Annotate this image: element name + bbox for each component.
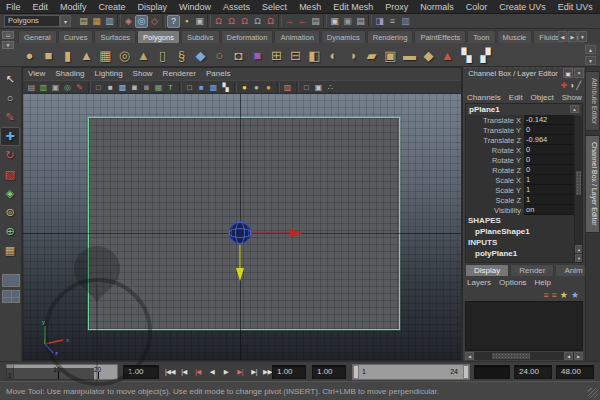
- channel-box-menu-item[interactable]: Edit: [505, 93, 527, 102]
- viewport-menu-item[interactable]: Panels: [201, 68, 235, 80]
- menu-item[interactable]: Edit Mesh: [327, 0, 379, 14]
- layer-scrollbar[interactable]: ◀ ◀ ▶: [465, 352, 583, 360]
- shelf-tab[interactable]: Curves: [58, 30, 94, 43]
- scroll-up-icon[interactable]: ▲: [570, 105, 579, 113]
- wireframe-mode-icon[interactable]: □: [93, 82, 104, 93]
- menu-item[interactable]: Normals: [414, 0, 460, 14]
- select-component-icon[interactable]: ◇: [148, 15, 161, 28]
- step-forward-frame-button[interactable]: ▶|: [247, 364, 261, 380]
- viewport-menu-item[interactable]: Renderer: [158, 68, 201, 80]
- channel-row[interactable]: Scale X 1: [466, 175, 582, 185]
- separate-icon[interactable]: ⊟: [286, 46, 305, 65]
- shape-node-name[interactable]: pPlaneShape1: [466, 226, 582, 237]
- shelf-menu-icon[interactable]: ▼: [2, 41, 14, 49]
- shelf-tab[interactable]: PaintEffects: [414, 30, 466, 43]
- viewport-canvas[interactable]: y x z: [23, 94, 461, 360]
- toolbox-list-icon[interactable]: ≡: [386, 15, 399, 28]
- menu-item[interactable]: Color: [460, 0, 494, 14]
- grease-pencil-icon[interactable]: ✎: [74, 82, 85, 93]
- layer-list[interactable]: [465, 301, 583, 351]
- channel-value-field[interactable]: -0.142: [524, 115, 574, 125]
- textured-cube-icon[interactable]: ▩: [208, 82, 219, 93]
- channel-box-menu-item[interactable]: Object: [527, 93, 558, 102]
- channel-row[interactable]: Scale Y 1: [466, 185, 582, 195]
- channel-row[interactable]: Rotate Y 0: [466, 155, 582, 165]
- shelf-tab[interactable]: Subdivs: [181, 30, 220, 43]
- channel-value-field[interactable]: 0: [524, 125, 574, 135]
- shelf-tab[interactable]: Dynamics: [321, 30, 366, 43]
- universal-manip-tool[interactable]: ◈: [0, 184, 20, 203]
- menu-item[interactable]: Create UVs: [493, 0, 552, 14]
- poly-helix-icon[interactable]: §: [172, 46, 191, 65]
- float-panel-icon[interactable]: ▣: [563, 68, 573, 78]
- resize-grip[interactable]: [588, 388, 598, 398]
- poly-pyramid-icon[interactable]: ▲: [134, 46, 153, 65]
- snap-plane-icon[interactable]: Ω: [251, 15, 264, 28]
- layer-tab[interactable]: Display: [465, 264, 509, 276]
- 2d-pan-zoom-icon[interactable]: ◎: [62, 82, 73, 93]
- channel-value-field[interactable]: 1: [524, 195, 574, 205]
- ipr-render-icon[interactable]: ▣: [341, 15, 354, 28]
- shadows-toggle-icon[interactable]: ◙: [141, 82, 152, 93]
- move-selected-to-layer-icon[interactable]: ≡: [543, 290, 548, 300]
- save-scene-icon[interactable]: ▥: [103, 15, 116, 28]
- snap-view-icon[interactable]: Ω: [264, 15, 277, 28]
- scroll-down-arrow-icon[interactable]: ▼: [575, 254, 583, 262]
- x-axis-arrowhead[interactable]: [290, 229, 303, 237]
- poly-cone-icon[interactable]: ▲: [77, 46, 96, 65]
- poly-sphere-wireframe[interactable]: [229, 222, 251, 244]
- layer-menu-item[interactable]: Layers: [463, 278, 495, 287]
- shelf-tab[interactable]: Surfaces: [94, 30, 136, 43]
- boolean-difference-icon[interactable]: ◑: [343, 46, 362, 65]
- input-connections-icon[interactable]: →: [283, 15, 296, 28]
- layer-scroll-right-icon[interactable]: ▶: [574, 352, 583, 360]
- subdiv-proxy-icon[interactable]: ◘: [229, 46, 248, 65]
- move-tool[interactable]: ✚: [0, 127, 20, 146]
- boolean-union-icon[interactable]: ◐: [324, 46, 343, 65]
- isolate-select-icon[interactable]: T: [165, 82, 176, 93]
- channel-row[interactable]: Rotate X 0: [466, 145, 582, 155]
- shelf-tab[interactable]: Polygons: [137, 30, 180, 43]
- split-polygon-icon[interactable]: ▰: [362, 46, 381, 65]
- chevron-down-icon[interactable]: ▾: [60, 15, 71, 27]
- shelf-tab[interactable]: Toon: [467, 30, 495, 43]
- render-checker-alt-icon[interactable]: ▞: [476, 46, 495, 65]
- range-slider[interactable]: 1 24: [352, 364, 470, 380]
- last-tool-poly-plane[interactable]: ▦: [0, 241, 20, 260]
- bridge-icon[interactable]: ▬: [400, 46, 419, 65]
- lock-selection-icon[interactable]: ▪: [180, 15, 193, 28]
- speed-state-icon[interactable]: ◑: [569, 81, 574, 90]
- xray-icon[interactable]: ▨: [282, 82, 293, 93]
- close-icon[interactable]: ×: [574, 68, 584, 78]
- render-current-frame-icon[interactable]: ▣: [328, 15, 341, 28]
- move-manipulator[interactable]: [204, 205, 314, 287]
- channel-value-field[interactable]: 0: [524, 145, 574, 155]
- menu-item[interactable]: Mesh: [293, 0, 327, 14]
- snap-grid-icon[interactable]: Ω: [212, 15, 225, 28]
- channel-row[interactable]: Translate Y 0: [466, 125, 582, 135]
- menu-item[interactable]: Window: [173, 0, 217, 14]
- menu-item[interactable]: Proxy: [379, 0, 414, 14]
- poly-cylinder-icon[interactable]: ▮: [58, 46, 77, 65]
- channel-value-field[interactable]: -0.964: [524, 135, 574, 145]
- bookmarks-icon[interactable]: ▥: [38, 82, 49, 93]
- layer-scroll-left2-icon[interactable]: ◀: [564, 352, 573, 360]
- menu-item[interactable]: Modify: [54, 0, 93, 14]
- channel-value-field[interactable]: on: [524, 205, 574, 215]
- poly-cube-icon[interactable]: ■: [39, 46, 58, 65]
- scrollbar-thumb[interactable]: [576, 171, 581, 195]
- no-lights-icon[interactable]: ●: [239, 82, 250, 93]
- shared-nodes-icon[interactable]: ∴: [325, 82, 336, 93]
- channel-box-menu-item[interactable]: Channels: [463, 93, 505, 102]
- current-time-field[interactable]: 1.00: [123, 365, 159, 379]
- menu-item[interactable]: Create: [93, 0, 132, 14]
- play-forwards-button[interactable]: ▶: [219, 364, 233, 380]
- menu-item[interactable]: Assets: [217, 0, 256, 14]
- bevel-icon[interactable]: ◆: [419, 46, 438, 65]
- sculpt-tool-icon[interactable]: ■: [248, 46, 267, 65]
- construction-history-icon[interactable]: ▤: [309, 15, 322, 28]
- output-connections-icon[interactable]: ←: [296, 15, 309, 28]
- channel-scrollbar[interactable]: ▲ ▼: [574, 116, 582, 262]
- wireframe-cube-icon[interactable]: □: [184, 82, 195, 93]
- channel-row[interactable]: Translate Z -0.964: [466, 135, 582, 145]
